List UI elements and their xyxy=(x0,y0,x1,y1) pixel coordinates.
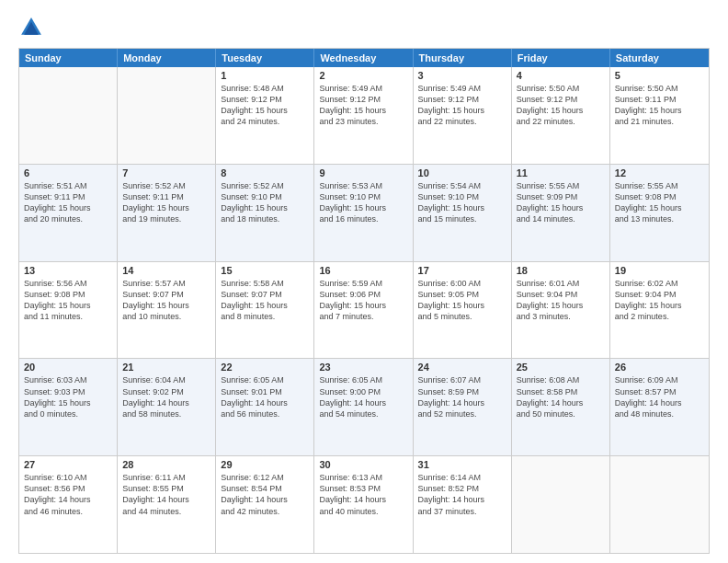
day-info: Sunrise: 6:03 AM Sunset: 9:03 PM Dayligh… xyxy=(24,374,112,419)
day-number: 1 xyxy=(221,70,309,81)
day-info: Sunrise: 6:04 AM Sunset: 9:02 PM Dayligh… xyxy=(122,374,210,419)
calendar-header-cell: Monday xyxy=(118,49,216,67)
day-number: 19 xyxy=(615,265,704,276)
calendar-header-cell: Thursday xyxy=(414,49,512,67)
day-info: Sunrise: 5:48 AM Sunset: 9:12 PM Dayligh… xyxy=(221,83,309,128)
day-info: Sunrise: 5:56 AM Sunset: 9:08 PM Dayligh… xyxy=(24,278,112,323)
calendar-header-cell: Wednesday xyxy=(314,49,413,67)
calendar-cell: 26Sunrise: 6:09 AM Sunset: 8:57 PM Dayli… xyxy=(610,359,709,455)
day-info: Sunrise: 5:53 AM Sunset: 9:10 PM Dayligh… xyxy=(319,180,407,225)
calendar-header-cell: Tuesday xyxy=(216,49,314,67)
calendar-cell: 15Sunrise: 5:58 AM Sunset: 9:07 PM Dayli… xyxy=(216,262,314,359)
day-number: 5 xyxy=(615,70,704,81)
calendar-cell: 21Sunrise: 6:04 AM Sunset: 9:02 PM Dayli… xyxy=(118,359,216,455)
day-number: 9 xyxy=(319,167,407,178)
day-info: Sunrise: 6:09 AM Sunset: 8:57 PM Dayligh… xyxy=(615,374,704,419)
calendar-row: 1Sunrise: 5:48 AM Sunset: 9:12 PM Daylig… xyxy=(19,67,709,164)
calendar-cell: 3Sunrise: 5:49 AM Sunset: 9:12 PM Daylig… xyxy=(414,67,512,164)
day-info: Sunrise: 5:50 AM Sunset: 9:12 PM Dayligh… xyxy=(517,83,605,128)
calendar-cell: 31Sunrise: 6:14 AM Sunset: 8:52 PM Dayli… xyxy=(414,456,512,553)
day-number: 13 xyxy=(24,265,112,276)
calendar-cell-empty xyxy=(512,456,610,553)
day-number: 16 xyxy=(319,265,407,276)
day-number: 29 xyxy=(221,459,309,470)
calendar-row: 6Sunrise: 5:51 AM Sunset: 9:11 PM Daylig… xyxy=(19,164,709,261)
day-info: Sunrise: 5:49 AM Sunset: 9:12 PM Dayligh… xyxy=(319,83,407,128)
day-info: Sunrise: 5:55 AM Sunset: 9:08 PM Dayligh… xyxy=(615,180,704,225)
day-info: Sunrise: 6:14 AM Sunset: 8:52 PM Dayligh… xyxy=(418,472,506,517)
calendar-cell: 25Sunrise: 6:08 AM Sunset: 8:58 PM Dayli… xyxy=(512,359,610,455)
day-number: 8 xyxy=(221,167,309,178)
calendar-cell: 18Sunrise: 6:01 AM Sunset: 9:04 PM Dayli… xyxy=(512,262,610,359)
day-info: Sunrise: 5:51 AM Sunset: 9:11 PM Dayligh… xyxy=(24,180,112,225)
day-number: 18 xyxy=(517,265,605,276)
day-info: Sunrise: 6:11 AM Sunset: 8:55 PM Dayligh… xyxy=(122,472,210,517)
day-info: Sunrise: 6:02 AM Sunset: 9:04 PM Dayligh… xyxy=(615,278,704,323)
calendar-cell: 9Sunrise: 5:53 AM Sunset: 9:10 PM Daylig… xyxy=(314,165,413,261)
day-info: Sunrise: 6:07 AM Sunset: 8:59 PM Dayligh… xyxy=(418,374,506,419)
day-number: 21 xyxy=(122,362,210,373)
calendar-cell: 13Sunrise: 5:56 AM Sunset: 9:08 PM Dayli… xyxy=(19,262,118,359)
calendar-cell: 30Sunrise: 6:13 AM Sunset: 8:53 PM Dayli… xyxy=(314,456,413,553)
day-number: 23 xyxy=(319,362,407,373)
header xyxy=(18,15,710,40)
day-info: Sunrise: 5:50 AM Sunset: 9:11 PM Dayligh… xyxy=(615,83,704,128)
day-number: 4 xyxy=(517,70,605,81)
day-number: 15 xyxy=(221,265,309,276)
calendar-cell: 10Sunrise: 5:54 AM Sunset: 9:10 PM Dayli… xyxy=(414,165,512,261)
calendar-header-cell: Sunday xyxy=(19,49,118,67)
calendar-header-row: SundayMondayTuesdayWednesdayThursdayFrid… xyxy=(19,49,709,67)
logo xyxy=(18,15,48,40)
calendar-cell-empty xyxy=(118,67,216,164)
day-info: Sunrise: 6:05 AM Sunset: 9:00 PM Dayligh… xyxy=(319,374,407,419)
calendar: SundayMondayTuesdayWednesdayThursdayFrid… xyxy=(18,48,710,554)
day-info: Sunrise: 5:55 AM Sunset: 9:09 PM Dayligh… xyxy=(517,180,605,225)
page: SundayMondayTuesdayWednesdayThursdayFrid… xyxy=(0,0,728,563)
calendar-cell: 22Sunrise: 6:05 AM Sunset: 9:01 PM Dayli… xyxy=(216,359,314,455)
day-number: 20 xyxy=(24,362,112,373)
calendar-cell: 24Sunrise: 6:07 AM Sunset: 8:59 PM Dayli… xyxy=(414,359,512,455)
calendar-cell: 23Sunrise: 6:05 AM Sunset: 9:00 PM Dayli… xyxy=(314,359,413,455)
calendar-cell: 29Sunrise: 6:12 AM Sunset: 8:54 PM Dayli… xyxy=(216,456,314,553)
day-info: Sunrise: 5:57 AM Sunset: 9:07 PM Dayligh… xyxy=(122,278,210,323)
calendar-body: 1Sunrise: 5:48 AM Sunset: 9:12 PM Daylig… xyxy=(19,67,709,553)
day-info: Sunrise: 6:13 AM Sunset: 8:53 PM Dayligh… xyxy=(319,472,407,517)
calendar-cell: 8Sunrise: 5:52 AM Sunset: 9:10 PM Daylig… xyxy=(216,165,314,261)
calendar-row: 13Sunrise: 5:56 AM Sunset: 9:08 PM Dayli… xyxy=(19,261,709,359)
day-number: 30 xyxy=(319,459,407,470)
calendar-cell: 16Sunrise: 5:59 AM Sunset: 9:06 PM Dayli… xyxy=(314,262,413,359)
day-info: Sunrise: 5:52 AM Sunset: 9:10 PM Dayligh… xyxy=(221,180,309,225)
day-number: 14 xyxy=(122,265,210,276)
day-number: 7 xyxy=(122,167,210,178)
day-info: Sunrise: 5:59 AM Sunset: 9:06 PM Dayligh… xyxy=(319,278,407,323)
calendar-cell: 20Sunrise: 6:03 AM Sunset: 9:03 PM Dayli… xyxy=(19,359,118,455)
day-number: 3 xyxy=(418,70,506,81)
calendar-cell: 6Sunrise: 5:51 AM Sunset: 9:11 PM Daylig… xyxy=(19,165,118,261)
calendar-header-cell: Saturday xyxy=(610,49,709,67)
calendar-row: 27Sunrise: 6:10 AM Sunset: 8:56 PM Dayli… xyxy=(19,455,709,553)
day-info: Sunrise: 6:00 AM Sunset: 9:05 PM Dayligh… xyxy=(418,278,506,323)
calendar-cell: 11Sunrise: 5:55 AM Sunset: 9:09 PM Dayli… xyxy=(512,165,610,261)
day-number: 11 xyxy=(517,167,605,178)
day-info: Sunrise: 5:58 AM Sunset: 9:07 PM Dayligh… xyxy=(221,278,309,323)
calendar-cell: 14Sunrise: 5:57 AM Sunset: 9:07 PM Dayli… xyxy=(118,262,216,359)
day-number: 10 xyxy=(418,167,506,178)
calendar-cell: 5Sunrise: 5:50 AM Sunset: 9:11 PM Daylig… xyxy=(610,67,709,164)
day-info: Sunrise: 6:12 AM Sunset: 8:54 PM Dayligh… xyxy=(221,472,309,517)
calendar-cell: 27Sunrise: 6:10 AM Sunset: 8:56 PM Dayli… xyxy=(19,456,118,553)
calendar-cell: 19Sunrise: 6:02 AM Sunset: 9:04 PM Dayli… xyxy=(610,262,709,359)
calendar-cell: 12Sunrise: 5:55 AM Sunset: 9:08 PM Dayli… xyxy=(610,165,709,261)
day-number: 25 xyxy=(517,362,605,373)
day-number: 22 xyxy=(221,362,309,373)
day-info: Sunrise: 5:52 AM Sunset: 9:11 PM Dayligh… xyxy=(122,180,210,225)
day-number: 31 xyxy=(418,459,506,470)
calendar-cell: 28Sunrise: 6:11 AM Sunset: 8:55 PM Dayli… xyxy=(118,456,216,553)
day-info: Sunrise: 5:49 AM Sunset: 9:12 PM Dayligh… xyxy=(418,83,506,128)
day-info: Sunrise: 6:05 AM Sunset: 9:01 PM Dayligh… xyxy=(221,374,309,419)
day-number: 26 xyxy=(615,362,704,373)
calendar-cell: 17Sunrise: 6:00 AM Sunset: 9:05 PM Dayli… xyxy=(414,262,512,359)
calendar-cell: 2Sunrise: 5:49 AM Sunset: 9:12 PM Daylig… xyxy=(314,67,413,164)
calendar-cell: 7Sunrise: 5:52 AM Sunset: 9:11 PM Daylig… xyxy=(118,165,216,261)
day-info: Sunrise: 6:01 AM Sunset: 9:04 PM Dayligh… xyxy=(517,278,605,323)
calendar-cell-empty xyxy=(610,456,709,553)
